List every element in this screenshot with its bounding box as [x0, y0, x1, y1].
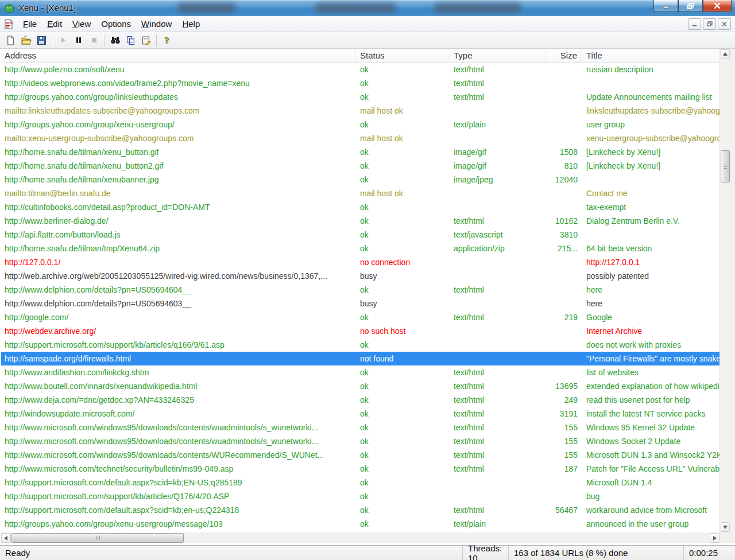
menu-help[interactable]: Help — [177, 17, 205, 31]
menu-edit[interactable]: Edit — [42, 17, 67, 31]
cell-size — [546, 118, 581, 131]
table-row[interactable]: http://home.snafu.de/tilman/tmp/Xenu64.z… — [1, 242, 719, 255]
cell-title: [Linkcheck by Xenu!] — [581, 159, 719, 173]
table-row[interactable]: http://www.boutell.com/innards/xenuandwi… — [1, 379, 719, 393]
column-header-size[interactable]: Size — [546, 49, 581, 62]
table-row[interactable]: http://google.com/oktext/html219Google — [1, 310, 719, 324]
table-row[interactable]: http://www.delphion.com/details?pn=US056… — [1, 283, 719, 297]
scroll-up-button[interactable] — [721, 49, 730, 59]
table-row[interactable]: http://home.snafu.de/tilman/xenubanner.j… — [1, 173, 719, 186]
cell-title: announced in the user group — [581, 517, 719, 531]
table-row[interactable]: http://127.0.0.1/no connectionhttp://127… — [1, 255, 719, 269]
cell-size — [546, 131, 581, 145]
column-header-title[interactable]: Title — [581, 49, 719, 62]
scroll-right-button[interactable] — [710, 533, 719, 543]
table-row[interactable]: http://www.microsoft.com/technet/securit… — [1, 462, 719, 476]
cell-status: not found — [356, 352, 450, 365]
cell-status: mail host ok — [356, 186, 450, 200]
copy-button[interactable] — [123, 33, 138, 48]
table-row[interactable]: http://cultinfobooks.com/detail.asp?prod… — [1, 200, 719, 214]
cell-type: text/html — [450, 407, 546, 421]
open-folder-button[interactable] — [18, 33, 34, 48]
table-row[interactable]: mailto:tilman@berlin.snafu.demail host o… — [1, 186, 719, 200]
cell-address: http://www.polezno.com/soft/xenu — [1, 63, 356, 76]
cell-size — [546, 297, 581, 310]
table-row[interactable]: mailto:xenu-usergroup-subscribe@yahoogro… — [1, 131, 719, 145]
cell-title: xenu-usergroup-subscribe@yahoogroups — [581, 131, 719, 145]
table-row[interactable]: http://groups.yahoo.com/group/linksleuth… — [1, 90, 719, 104]
cell-type: text/javascript — [450, 228, 546, 242]
cell-address: mailto:tilman@berlin.snafu.de — [1, 186, 356, 200]
cell-address: http://www.delphion.com/details?pn=US056… — [1, 297, 356, 310]
column-header-status[interactable]: Status — [356, 49, 450, 62]
new-document-button[interactable] — [3, 33, 18, 48]
cell-type: text/html — [450, 365, 546, 379]
table-row[interactable]: http://support.microsoft.com/support/kb/… — [1, 338, 719, 352]
cell-type: text/html — [450, 76, 546, 90]
table-row[interactable]: http://windowsupdate.microsoft.com/oktex… — [1, 407, 719, 421]
menu-view[interactable]: View — [67, 17, 96, 31]
pause-button[interactable] — [71, 33, 86, 48]
menu-window[interactable]: Window — [136, 17, 177, 31]
mdi-close-button[interactable] — [718, 18, 731, 30]
table-row[interactable]: http://support.microsoft.com/default.asp… — [1, 476, 719, 489]
scroll-down-button[interactable] — [721, 522, 730, 532]
scroll-left-button[interactable] — [1, 533, 11, 543]
table-row[interactable]: http://videos.webpronews.com/video/frame… — [1, 76, 719, 90]
table-row[interactable]: http://www.microsoft.com/windows95/downl… — [1, 421, 719, 434]
column-header-address[interactable]: Address — [1, 49, 356, 62]
table-row[interactable]: http://samspade.org/d/firewalls.htmlnot … — [1, 352, 719, 365]
properties-button[interactable] — [138, 33, 154, 48]
cell-type — [450, 269, 546, 283]
table-row[interactable]: http://www.polezno.com/soft/xenuoktext/h… — [1, 63, 719, 76]
menu-file[interactable]: File — [18, 17, 42, 31]
table-row[interactable]: http://www.berliner-dialog.de/oktext/htm… — [1, 214, 719, 228]
xenu-app-icon — [4, 3, 14, 13]
table-row[interactable]: http://groups.yahoo.com/group/xenu-userg… — [1, 517, 719, 531]
cell-type: text/html — [450, 503, 546, 517]
horizontal-scroll-thumb[interactable] — [11, 533, 184, 543]
cell-status: ok — [356, 379, 450, 393]
table-row[interactable]: http://www.andifashion.com/linkckg.shtmo… — [1, 365, 719, 379]
mdi-restore-button[interactable] — [703, 18, 716, 30]
table-row[interactable]: http://www.microsoft.com/windows95/downl… — [1, 434, 719, 448]
cell-status: mail host ok — [356, 131, 450, 145]
cell-title: read this usenet post for help — [581, 393, 719, 407]
cell-status: ok — [356, 242, 450, 255]
menu-options[interactable]: Options — [96, 17, 136, 31]
table-row[interactable]: http://www.deja.com/=dnc/getdoc.xp?AN=43… — [1, 393, 719, 407]
close-button[interactable] — [703, 0, 732, 12]
cell-type — [450, 255, 546, 269]
cell-size — [546, 200, 581, 214]
horizontal-scrollbar[interactable] — [1, 532, 719, 543]
find-button[interactable] — [107, 33, 123, 48]
table-row[interactable]: http://webdev.archive.org/no such hostIn… — [1, 324, 719, 338]
table-row[interactable]: http://home.snafu.de/tilman/xenu_button.… — [1, 145, 719, 159]
column-header-type[interactable]: Type — [450, 49, 546, 62]
threads-indicator: Threads: 10 — [462, 546, 508, 560]
table-row[interactable]: http://support.microsoft.com/support/kb/… — [1, 489, 719, 503]
mdi-minimize-button[interactable] — [688, 18, 701, 30]
cell-address: http://www.boutell.com/innards/xenuandwi… — [1, 379, 356, 393]
cell-address: http://home.snafu.de/tilman/xenubanner.j… — [1, 173, 356, 186]
cell-type: text/html — [450, 462, 546, 476]
cell-status: ok — [356, 462, 450, 476]
table-row[interactable]: http://home.snafu.de/tilman/xenu_button2… — [1, 159, 719, 173]
restore-button[interactable] — [678, 0, 703, 12]
minimize-button[interactable] — [653, 0, 678, 12]
help-button[interactable]: ? ? — [160, 33, 175, 48]
table-row[interactable]: http://api.flattr.com/button/load.jsokte… — [1, 228, 719, 242]
table-row[interactable]: http://web.archive.org/web/2005120305512… — [1, 269, 719, 283]
vertical-scroll-thumb[interactable] — [721, 150, 730, 182]
table-row[interactable]: http://www.microsoft.com/windows95/downl… — [1, 448, 719, 462]
save-button[interactable] — [34, 33, 49, 48]
table-row[interactable]: http://support.microsoft.com/default.asp… — [1, 503, 719, 517]
table-row[interactable]: http://groups.yahoo.com/group/xenu-userg… — [1, 118, 719, 131]
cell-title: bug — [581, 489, 719, 503]
cell-address: http://support.microsoft.com/default.asp… — [1, 503, 356, 517]
cell-status: ok — [356, 228, 450, 242]
vertical-scrollbar[interactable] — [719, 49, 730, 532]
table-row[interactable]: http://www.delphion.com/details?pn=US056… — [1, 297, 719, 310]
cell-title: extended explanation of how wikipedia — [581, 379, 719, 393]
table-row[interactable]: mailto:linksleuthupdates-subscribe@yahoo… — [1, 104, 719, 118]
